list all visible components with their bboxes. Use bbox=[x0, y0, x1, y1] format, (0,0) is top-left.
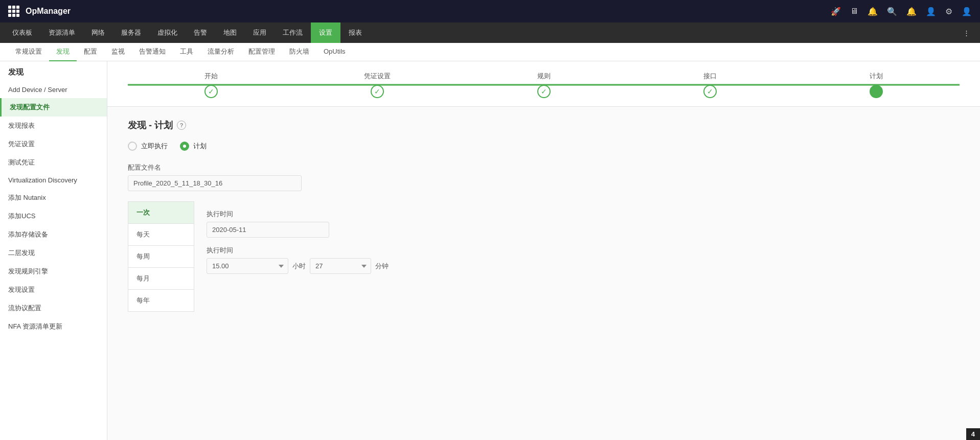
form-area: 发现 - 计划 ? 立即执行 计划 配置文件名 bbox=[107, 107, 980, 324]
schedule-tab-monthly[interactable]: 每月 bbox=[128, 268, 194, 290]
sidebar-item-virtualization-discovery[interactable]: Virtualization Discovery bbox=[0, 172, 107, 189]
sidebar-item-discovery-settings[interactable]: 发现设置 bbox=[0, 281, 107, 299]
sidebar-item-credentials[interactable]: 凭证设置 bbox=[0, 135, 107, 153]
nav-item-settings[interactable]: 设置 bbox=[311, 22, 340, 43]
radio-immediate-circle bbox=[128, 142, 137, 151]
sidebar-item-discovery-profile[interactable]: 发现配置文件 bbox=[0, 98, 107, 117]
sidebar-item-add-nutanix[interactable]: 添加 Nutanix bbox=[0, 189, 107, 207]
nav-item-inventory[interactable]: 资源清单 bbox=[40, 22, 83, 43]
execution-date-label: 执行时间 bbox=[207, 210, 947, 219]
step-schedule-label: 计划 bbox=[870, 72, 883, 81]
sidebar-item-discovery-report[interactable]: 发现报表 bbox=[0, 117, 107, 135]
form-title-text: 发现 - 计划 bbox=[128, 119, 173, 131]
progress-bar-container: 开始 ✓ 凭证设置 ✓ 规则 ✓ 接口 ✓ 计划 bbox=[107, 61, 980, 107]
radio-schedule-circle bbox=[180, 142, 189, 151]
search-icon[interactable]: 🔍 bbox=[887, 7, 897, 16]
nav-item-server[interactable]: 服务器 bbox=[113, 22, 149, 43]
sub-item-discovery[interactable]: 发现 bbox=[49, 43, 77, 61]
top-bar: OpManager 🚀 🖥 🔔 🔍 🔔 👤 ⚙ 👤 bbox=[0, 0, 980, 22]
sub-item-tools[interactable]: 工具 bbox=[173, 43, 200, 61]
help-icon[interactable]: ? bbox=[177, 121, 186, 130]
execution-time-label: 执行时间 bbox=[207, 246, 947, 255]
sidebar-item-add-storage[interactable]: 添加存储设备 bbox=[0, 225, 107, 244]
settings-icon[interactable]: ⚙ bbox=[945, 7, 952, 16]
sidebar-section-title: 发现 bbox=[0, 61, 107, 81]
step-credentials-circle: ✓ bbox=[371, 85, 384, 98]
step-schedule-circle bbox=[870, 85, 883, 98]
nav-item-app[interactable]: 应用 bbox=[245, 22, 275, 43]
sub-nav: 常规设置 发现 配置 监视 告警通知 工具 流量分析 配置管理 防火墙 OpUt… bbox=[0, 43, 980, 61]
sub-item-config-mgmt[interactable]: 配置管理 bbox=[241, 43, 282, 61]
nav-item-dashboard[interactable]: 仪表板 bbox=[4, 22, 40, 43]
top-bar-icons: 🚀 🖥 🔔 🔍 🔔 👤 ⚙ 👤 bbox=[831, 7, 972, 16]
nav-item-virtualization[interactable]: 虚拟化 bbox=[149, 22, 186, 43]
execution-time-row: 执行时间 15.00 小时 27 分钟 bbox=[207, 246, 947, 274]
step-credentials-label: 凭证设置 bbox=[364, 72, 391, 81]
profile-name-input[interactable] bbox=[128, 175, 302, 191]
step-interface: 接口 ✓ bbox=[627, 72, 793, 98]
sidebar-item-nfa-update[interactable]: NFA 资源清单更新 bbox=[0, 317, 107, 336]
step-interface-label: 接口 bbox=[703, 72, 717, 81]
sub-item-traffic[interactable]: 流量分析 bbox=[200, 43, 241, 61]
sidebar-item-add-device[interactable]: Add Device / Server bbox=[0, 81, 107, 98]
radio-immediate[interactable]: 立即执行 bbox=[128, 142, 168, 151]
bottom-badge: 4 bbox=[966, 428, 980, 440]
sub-item-monitor[interactable]: 监视 bbox=[104, 43, 132, 61]
step-schedule: 计划 bbox=[793, 72, 960, 98]
nav-item-workflow[interactable]: 工作流 bbox=[275, 22, 311, 43]
step-credentials: 凭证设置 ✓ bbox=[294, 72, 460, 98]
minute-unit-label: 分钟 bbox=[375, 262, 389, 271]
sidebar-item-discovery-rules[interactable]: 发现规则引擎 bbox=[0, 262, 107, 281]
user-icon[interactable]: 👤 bbox=[926, 7, 936, 16]
schedule-panel: 执行时间 执行时间 15.00 小时 27 bbox=[194, 201, 960, 312]
rocket-icon[interactable]: 🚀 bbox=[831, 7, 841, 16]
sidebar-item-add-ucs[interactable]: 添加UCS bbox=[0, 207, 107, 225]
sidebar-item-layer2-discovery[interactable]: 二层发现 bbox=[0, 244, 107, 262]
nav-more[interactable]: ⋮ bbox=[957, 29, 976, 37]
sub-item-alert-notify[interactable]: 告警通知 bbox=[132, 43, 173, 61]
nav-item-alarm[interactable]: 告警 bbox=[186, 22, 215, 43]
step-rules: 规则 ✓ bbox=[461, 72, 627, 98]
nav-item-report[interactable]: 报表 bbox=[340, 22, 370, 43]
radio-group: 立即执行 计划 bbox=[128, 142, 960, 151]
monitor-icon[interactable]: 🖥 bbox=[850, 7, 858, 16]
sidebar-item-test-credentials[interactable]: 测试凭证 bbox=[0, 153, 107, 172]
schedule-tab-weekly[interactable]: 每周 bbox=[128, 246, 194, 268]
schedule-tabs: 一次 每天 每周 每月 每年 bbox=[128, 201, 194, 312]
radio-schedule[interactable]: 计划 bbox=[180, 142, 207, 151]
nav-item-network[interactable]: 网络 bbox=[83, 22, 113, 43]
sub-item-oputils[interactable]: OpUtils bbox=[316, 43, 353, 61]
step-interface-circle: ✓ bbox=[703, 85, 717, 98]
sub-item-config[interactable]: 配置 bbox=[77, 43, 104, 61]
minute-select[interactable]: 27 bbox=[310, 258, 371, 274]
sub-item-firewall[interactable]: 防火墙 bbox=[282, 43, 316, 61]
main-content: 开始 ✓ 凭证设置 ✓ 规则 ✓ 接口 ✓ 计划 bbox=[107, 61, 980, 440]
schedule-tab-daily[interactable]: 每天 bbox=[128, 224, 194, 246]
step-start-label: 开始 bbox=[204, 72, 218, 81]
schedule-container: 一次 每天 每周 每月 每年 执行时间 执行时间 15. bbox=[128, 201, 960, 312]
nav-item-map[interactable]: 地图 bbox=[215, 22, 245, 43]
bell-outline-icon[interactable]: 🔔 bbox=[868, 7, 878, 16]
radio-schedule-label: 计划 bbox=[193, 142, 207, 151]
grid-icon bbox=[8, 6, 19, 17]
step-start-circle: ✓ bbox=[204, 85, 218, 98]
progress-steps: 开始 ✓ 凭证设置 ✓ 规则 ✓ 接口 ✓ 计划 bbox=[128, 72, 960, 98]
app-logo: OpManager bbox=[8, 6, 71, 17]
schedule-tab-yearly[interactable]: 每年 bbox=[128, 290, 194, 311]
avatar-icon[interactable]: 👤 bbox=[962, 7, 972, 16]
radio-immediate-label: 立即执行 bbox=[141, 142, 168, 151]
step-start: 开始 ✓ bbox=[128, 72, 294, 98]
execution-date-row: 执行时间 bbox=[207, 210, 947, 238]
sub-item-general[interactable]: 常规设置 bbox=[8, 43, 49, 61]
form-title: 发现 - 计划 ? bbox=[128, 119, 960, 131]
main-nav: 仪表板 资源清单 网络 服务器 虚拟化 告警 地图 应用 工作流 设置 报表 ⋮ bbox=[0, 22, 980, 43]
layout: 发现 Add Device / Server 发现配置文件 发现报表 凭证设置 … bbox=[0, 61, 980, 440]
notification-icon[interactable]: 🔔 bbox=[906, 7, 917, 16]
sidebar-item-flow-protocol[interactable]: 流协议配置 bbox=[0, 299, 107, 317]
step-rules-label: 规则 bbox=[537, 72, 551, 81]
hour-select[interactable]: 15.00 bbox=[207, 258, 288, 274]
schedule-tab-once[interactable]: 一次 bbox=[128, 202, 194, 224]
sidebar: 发现 Add Device / Server 发现配置文件 发现报表 凭证设置 … bbox=[0, 61, 107, 440]
step-rules-circle: ✓ bbox=[537, 85, 551, 98]
execution-date-input[interactable] bbox=[207, 222, 329, 238]
